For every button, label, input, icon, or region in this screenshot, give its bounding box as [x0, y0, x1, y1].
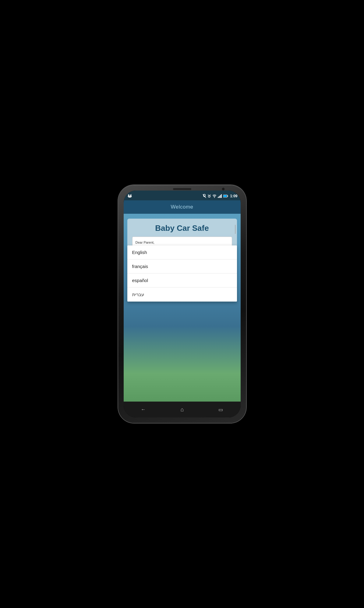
recents-button[interactable]: ▭ [218, 407, 223, 413]
language-option-english[interactable]: English [127, 245, 237, 259]
front-camera [222, 188, 225, 191]
language-option-hebrew[interactable]: עברית [127, 288, 237, 302]
svg-point-1 [130, 195, 131, 196]
language-option-french[interactable]: français [127, 259, 237, 274]
speaker-slot [173, 188, 191, 190]
nav-bar: ← ⌂ ▭ [124, 402, 241, 417]
svg-line-2 [128, 194, 129, 195]
status-time: 1:09 [230, 194, 237, 198]
svg-rect-15 [221, 194, 222, 198]
svg-line-9 [208, 195, 209, 195]
app-bar: Welcome [124, 200, 241, 214]
android-icon [127, 194, 133, 198]
svg-point-11 [214, 197, 215, 198]
svg-rect-14 [220, 195, 221, 198]
alarm-icon [207, 194, 211, 198]
svg-rect-13 [219, 196, 220, 198]
svg-rect-12 [218, 197, 219, 198]
svg-line-3 [131, 194, 132, 195]
status-bar-right: 1:09 [203, 194, 237, 198]
welcome-text-line1: Dear Parent, [136, 241, 154, 244]
scroll-indicator [235, 225, 236, 234]
wifi-icon [212, 194, 217, 198]
svg-rect-18 [224, 195, 227, 197]
app-bar-title: Welcome [171, 204, 193, 210]
status-bar-left [127, 194, 133, 198]
status-bar: 1:09 [124, 191, 241, 200]
app-title: Baby Car Safe [132, 224, 232, 233]
home-button[interactable]: ⌂ [181, 406, 184, 413]
battery-icon [223, 195, 228, 198]
svg-rect-17 [228, 195, 228, 197]
svg-point-0 [128, 195, 129, 196]
back-button[interactable]: ← [141, 407, 146, 412]
signal-icon [218, 194, 222, 198]
silent-icon [203, 194, 206, 198]
screen-content: Baby Car Safe Dear Parent, Thank you for… [124, 214, 241, 402]
language-option-spanish[interactable]: español [127, 274, 237, 288]
language-dropdown-popup: English français español עברית [127, 245, 237, 302]
svg-line-10 [210, 195, 211, 195]
phone-screen: 1:09 Welcome Baby Car Safe Dear Parent, … [124, 191, 241, 417]
phone-device: 1:09 Welcome Baby Car Safe Dear Parent, … [118, 185, 246, 423]
